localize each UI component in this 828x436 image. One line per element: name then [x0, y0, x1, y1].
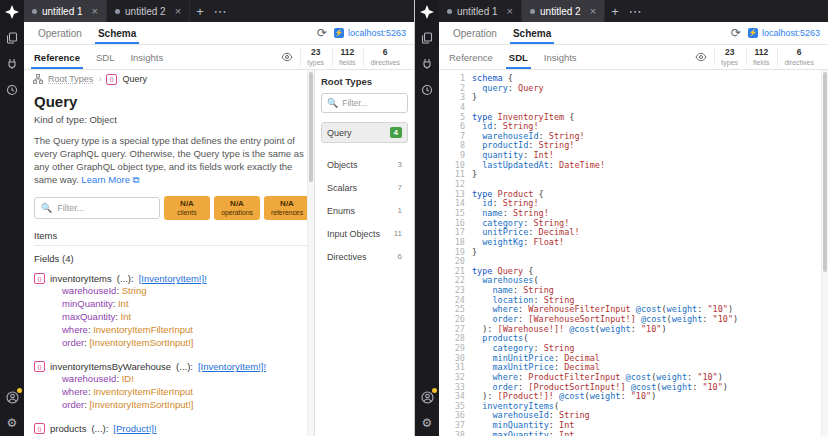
argument-type: InventoryItemFilterInput: [93, 386, 193, 397]
root-types-filter-input[interactable]: 🔍 Filter...: [321, 93, 408, 113]
root-type-item-query[interactable]: Query4: [321, 122, 408, 143]
operations-badge[interactable]: N/Aoperations: [214, 196, 260, 220]
settings-gear-icon[interactable]: ⚙: [5, 416, 19, 430]
refresh-schema-icon[interactable]: ⟳: [731, 27, 741, 39]
usage-badges: N/Aclients N/Aoperations N/Areferences: [164, 196, 307, 220]
field-name: inventoryItemsByWarehouse: [50, 361, 171, 372]
field-argument: minQuantity: Int: [34, 297, 297, 310]
root-type-item-directives[interactable]: Directives6: [321, 246, 408, 267]
learn-more-link[interactable]: Learn More ⧉: [81, 174, 139, 185]
tab-untitled-1[interactable]: untitled 1 ×: [439, 0, 522, 22]
field-type-link[interactable]: [InventoryItem!]!: [139, 273, 207, 284]
app-logo-icon[interactable]: [5, 5, 19, 19]
root-type-item-scalars[interactable]: Scalars7: [321, 177, 408, 198]
root-type-count-badge: 4: [390, 127, 402, 138]
type-doc-column: Root Types › {} Query Query Kind of type…: [24, 70, 307, 436]
field-icon: {}: [34, 423, 45, 434]
search-icon: 🔍: [41, 203, 52, 213]
close-tab-icon[interactable]: ×: [92, 6, 98, 17]
root-type-item-input-objects[interactable]: Input Objects11: [321, 223, 408, 244]
settings-gear-icon[interactable]: ⚙: [420, 416, 434, 430]
documents-icon[interactable]: [5, 31, 19, 45]
sdl-code[interactable]: schema { query: Query} type InventoryIte…: [472, 74, 821, 436]
field-signature: (...):: [176, 361, 193, 372]
fields-counter: 112fields: [332, 48, 361, 66]
history-icon[interactable]: [420, 83, 434, 97]
tab-operation[interactable]: Operation: [30, 22, 90, 44]
type-title: Query: [34, 93, 297, 110]
root-type-label: Scalars: [327, 183, 357, 193]
tab-overflow-button[interactable]: ⋯: [210, 0, 230, 22]
field-type-link[interactable]: [InventoryItem!]!: [198, 361, 266, 372]
app-logo-icon[interactable]: [420, 5, 434, 19]
new-tab-button[interactable]: +: [605, 0, 625, 22]
sdl-scrollbar[interactable]: [821, 70, 828, 436]
visibility-eye-icon[interactable]: [281, 52, 293, 62]
schema-view-tabs: Reference SDL Insights: [441, 45, 585, 69]
tab-schema[interactable]: Schema: [90, 22, 144, 44]
argument-type: Int: [118, 298, 129, 309]
references-badge[interactable]: N/Areferences: [264, 196, 307, 220]
argument-type: InventoryItemFilterInput: [93, 324, 193, 335]
clients-badge[interactable]: N/Aclients: [164, 196, 210, 220]
tab-insights[interactable]: Insights: [122, 45, 171, 69]
field-head: {}inventoryItemsByWarehouse(...): [Inven…: [34, 361, 297, 372]
field-icon: {}: [34, 273, 45, 284]
code-line: }: [472, 93, 821, 103]
tab-reference[interactable]: Reference: [26, 45, 88, 69]
endpoint-chip[interactable]: ⚡ localhost:5263: [748, 28, 820, 38]
tab-label: untitled 2: [125, 6, 166, 17]
tab-sdl[interactable]: SDL: [501, 45, 536, 69]
code-line: lastUpdatedAt: DateTime!: [472, 161, 821, 171]
fields-list: {}inventoryItems(...): [InventoryItem!]!…: [34, 273, 297, 436]
documents-icon[interactable]: [420, 31, 434, 45]
tab-untitled-2[interactable]: untitled 2 ×: [522, 0, 605, 22]
new-tab-button[interactable]: +: [190, 0, 210, 22]
reference-scrollbar[interactable]: [307, 70, 314, 436]
tab-schema[interactable]: Schema: [505, 22, 559, 44]
field-type-link[interactable]: [Product!]!: [113, 423, 156, 434]
tab-sdl[interactable]: SDL: [88, 45, 122, 69]
connection-icon[interactable]: [420, 57, 434, 71]
root-type-item-objects[interactable]: Objects3: [321, 154, 408, 175]
tab-overflow-button[interactable]: ⋯: [625, 0, 645, 22]
history-icon[interactable]: [5, 83, 19, 97]
tab-reference[interactable]: Reference: [441, 45, 501, 69]
user-account-icon[interactable]: [5, 390, 19, 404]
argument-name: minQuantity: [62, 298, 113, 309]
breadcrumb-root-types[interactable]: Root Types: [48, 74, 93, 84]
sdl-editor[interactable]: 1234567891011121314151617181920212223242…: [439, 70, 828, 436]
tab-untitled-1[interactable]: untitled 1 ×: [24, 0, 107, 22]
connection-icon[interactable]: [5, 57, 19, 71]
schema-counters: 23types 112fields 6directives: [281, 48, 406, 66]
visibility-eye-icon[interactable]: [695, 52, 707, 62]
tab-operation[interactable]: Operation: [445, 22, 505, 44]
root-type-item-enums[interactable]: Enums1: [321, 200, 408, 221]
user-account-icon[interactable]: [420, 390, 434, 404]
field-block: {}products(...): [Product!]!category: St…: [34, 423, 297, 436]
tab-label: untitled 2: [540, 6, 581, 17]
argument-name: where: [62, 324, 88, 335]
types-counter: 23types: [300, 48, 330, 66]
endpoint-chip[interactable]: ⚡ localhost:5263: [334, 28, 406, 38]
search-icon: 🔍: [327, 98, 338, 108]
mode-tabs: Operation Schema: [445, 22, 559, 44]
types-counter: 23types: [714, 48, 744, 66]
code-line: weightKg: Float!: [472, 238, 821, 248]
type-doc-scroll[interactable]: Query Kind of type: Object The Query typ…: [24, 88, 307, 436]
scrollbar-thumb[interactable]: [309, 72, 313, 182]
argument-name: where: [62, 386, 88, 397]
tab-untitled-2[interactable]: untitled 2 ×: [107, 0, 190, 22]
close-tab-icon[interactable]: ×: [507, 6, 513, 17]
field-argument: order: [InventoryItemSortInput!]: [34, 336, 297, 349]
code-line: }: [472, 170, 821, 180]
field-argument: warehouseId: ID!: [34, 372, 297, 385]
tab-label: untitled 1: [457, 6, 498, 17]
close-tab-icon[interactable]: ×: [175, 6, 181, 17]
fields-filter-input[interactable]: 🔍 Filter...: [34, 197, 160, 219]
tab-insights[interactable]: Insights: [536, 45, 585, 69]
scrollbar-thumb[interactable]: [823, 72, 827, 272]
close-tab-icon[interactable]: ×: [590, 6, 596, 17]
type-description: The Query type is a special type that de…: [34, 134, 307, 186]
refresh-schema-icon[interactable]: ⟳: [317, 27, 327, 39]
